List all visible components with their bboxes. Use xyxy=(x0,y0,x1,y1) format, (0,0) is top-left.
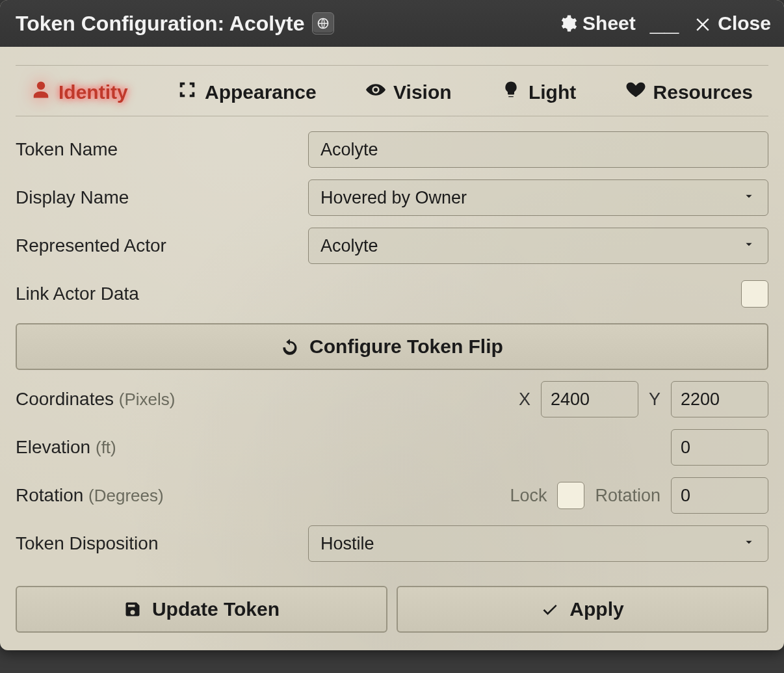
rotation-label: Rotation (Degrees) xyxy=(16,485,295,506)
represented-actor-value: Acolyte xyxy=(320,236,378,256)
save-icon xyxy=(124,600,142,618)
rotation-unit: (Degrees) xyxy=(88,486,164,505)
token-name-label: Token Name xyxy=(16,139,295,160)
token-name-input[interactable] xyxy=(308,131,768,168)
elevation-label-text: Elevation xyxy=(16,437,90,457)
window-title-area: Token Configuration: Acolyte xyxy=(16,12,551,36)
window-header: Token Configuration: Acolyte Sheet __ Cl… xyxy=(0,0,784,47)
tab-bar: Identity Appearance Vision Light xyxy=(16,66,768,116)
coord-x-label: X xyxy=(519,389,530,410)
identity-form: Token Name Display Name Hovered by Owner… xyxy=(16,116,768,633)
row-represented-actor: Represented Actor Acolyte xyxy=(16,227,768,265)
coordinates-label: Coordinates (Pixels) xyxy=(16,389,295,410)
rotation-field-label: Rotation xyxy=(595,486,660,506)
row-link-actor: Link Actor Data xyxy=(16,275,768,313)
close-button[interactable]: Close xyxy=(693,12,771,34)
elevation-input[interactable] xyxy=(671,429,768,466)
coordinates-label-text: Coordinates xyxy=(16,389,114,409)
row-coordinates: Coordinates (Pixels) X Y xyxy=(16,380,768,418)
chevron-down-icon xyxy=(742,534,756,554)
apply-button[interactable]: Apply xyxy=(397,586,768,633)
rotation-input[interactable] xyxy=(671,477,768,514)
coord-y-input[interactable] xyxy=(671,381,768,417)
rotation-label-text: Rotation xyxy=(16,485,83,505)
refresh-icon xyxy=(281,337,299,356)
tab-identity[interactable]: Identity xyxy=(26,77,133,107)
disposition-label: Token Disposition xyxy=(16,533,295,554)
represented-actor-label: Represented Actor xyxy=(16,235,295,256)
minimize-button[interactable]: __ xyxy=(650,7,679,40)
represented-actor-select[interactable]: Acolyte xyxy=(308,228,768,264)
row-display-name: Display Name Hovered by Owner xyxy=(16,179,768,217)
token-configuration-window: Token Configuration: Acolyte Sheet __ Cl… xyxy=(0,0,784,650)
sheet-button-label: Sheet xyxy=(582,12,636,34)
eye-icon xyxy=(366,80,385,104)
chevron-down-icon xyxy=(742,188,756,208)
row-token-name: Token Name xyxy=(16,131,768,168)
coord-x-input[interactable] xyxy=(541,381,638,417)
heart-icon xyxy=(626,80,646,104)
tab-resources[interactable]: Resources xyxy=(621,77,758,107)
disposition-value: Hostile xyxy=(320,534,374,554)
link-actor-checkbox[interactable] xyxy=(741,280,768,308)
gear-icon xyxy=(558,14,577,33)
tab-appearance[interactable]: Appearance xyxy=(172,77,322,107)
display-name-label: Display Name xyxy=(16,187,295,208)
globe-icon xyxy=(312,12,334,34)
display-name-value: Hovered by Owner xyxy=(320,188,467,208)
disposition-select[interactable]: Hostile xyxy=(308,525,768,562)
row-rotation: Rotation (Degrees) Lock Rotation xyxy=(16,477,768,514)
window-body: Identity Appearance Vision Light xyxy=(0,65,784,646)
tab-light[interactable]: Light xyxy=(496,77,581,107)
window-title: Token Configuration: Acolyte xyxy=(16,12,304,36)
sheet-button[interactable]: Sheet xyxy=(558,12,636,34)
row-elevation: Elevation (ft) xyxy=(16,429,768,466)
update-token-label: Update Token xyxy=(152,598,280,620)
tab-vision-label: Vision xyxy=(393,81,451,103)
coord-y-label: Y xyxy=(649,389,660,410)
configure-token-flip-button[interactable]: Configure Token Flip xyxy=(16,323,768,370)
expand-icon xyxy=(177,80,197,104)
tab-vision[interactable]: Vision xyxy=(361,77,456,107)
user-icon xyxy=(31,80,51,104)
row-disposition: Token Disposition Hostile xyxy=(16,525,768,562)
link-actor-label: Link Actor Data xyxy=(16,284,295,304)
elevation-unit: (ft) xyxy=(96,438,116,457)
lightbulb-icon xyxy=(501,80,521,104)
check-icon xyxy=(541,600,559,618)
display-name-select[interactable]: Hovered by Owner xyxy=(308,179,768,216)
tab-light-label: Light xyxy=(529,81,576,103)
lock-label: Lock xyxy=(510,486,547,506)
apply-label: Apply xyxy=(569,598,623,620)
configure-token-flip-label: Configure Token Flip xyxy=(309,336,503,358)
tab-identity-label: Identity xyxy=(59,81,128,103)
header-actions: Sheet __ Close xyxy=(558,7,771,40)
tab-resources-label: Resources xyxy=(653,81,753,103)
coordinates-unit: (Pixels) xyxy=(119,389,176,409)
tab-appearance-label: Appearance xyxy=(205,81,317,103)
footer-buttons: Update Token Apply xyxy=(16,586,768,633)
chevron-down-icon xyxy=(742,236,756,256)
lock-rotation-checkbox[interactable] xyxy=(557,482,584,509)
close-button-label: Close xyxy=(718,12,771,34)
update-token-button[interactable]: Update Token xyxy=(16,586,387,633)
minimize-icon: __ xyxy=(650,7,679,36)
elevation-label: Elevation (ft) xyxy=(16,437,295,458)
close-icon xyxy=(693,14,712,33)
